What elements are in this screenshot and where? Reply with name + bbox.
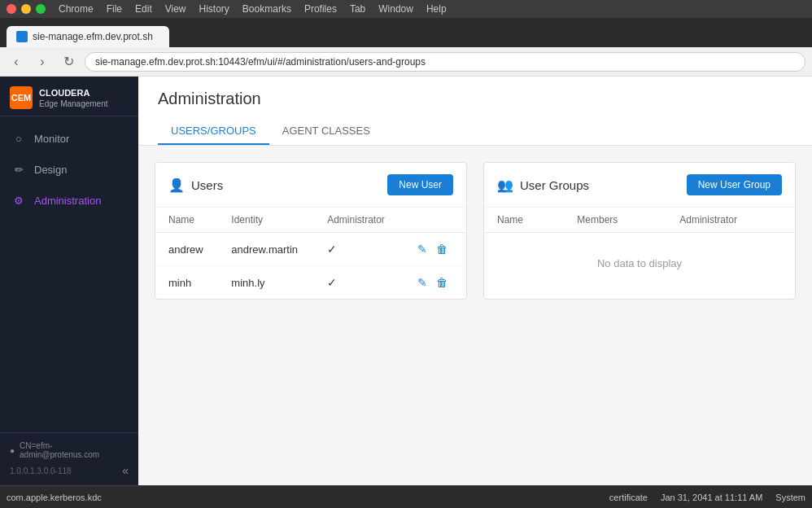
design-icon: ✏ [11,162,26,177]
administration-icon: ⚙ [11,193,26,208]
taskbar-certificate: certificate [609,493,648,502]
maximize-button[interactable] [36,4,46,14]
users-card-title: 👤 Users [168,177,223,193]
sidebar-label-design: Design [34,164,67,176]
user-cn: CN=efm-admin@protenus.com [20,441,129,459]
taskbar: com.apple.kerberos.kdc certificate Jan 3… [0,485,812,508]
collapse-button[interactable]: « [122,464,129,477]
tab-users-groups[interactable]: USERS/GROUPS [158,118,269,145]
gcol-administrator: Administrator [666,208,795,233]
no-data-text: No data to display [484,233,795,295]
version-text: 1.0.0.1.3.0.0-118 [10,466,72,475]
user-actions: ✎ 🗑 [401,266,466,300]
menu-chrome[interactable]: Chrome [59,3,94,15]
trash-icon: 🗑 [436,243,447,256]
page-header: Administration USERS/GROUPS AGENT CLASSE… [138,77,812,146]
menu-bookmarks[interactable]: Bookmarks [242,3,291,15]
check-icon: ✓ [327,243,337,256]
taskbar-right: certificate Jan 31, 2041 at 11:11 AM Sys… [609,493,805,502]
groups-card: 👥 User Groups New User Group Name Member… [483,162,796,300]
sidebar-version: 1.0.0.1.3.0.0-118 « [10,464,129,477]
new-user-group-button[interactable]: New User Group [687,174,782,195]
menu-window[interactable]: Window [378,3,413,15]
table-row: minh minh.ly ✓ ✎ 🗑 [155,266,466,300]
gcol-members: Members [564,208,666,233]
content-area: 👤 Users New User Name Identity Administr… [138,146,812,316]
user-icon: ● [10,446,15,455]
tab-agent-classes[interactable]: AGENT CLASSES [269,118,383,145]
gcol-name: Name [484,208,564,233]
browser-tab-bar: sie-manage.efm.dev.prot.sh [0,18,812,47]
tab-favicon [16,31,28,42]
edit-user-button[interactable]: ✎ [414,274,430,291]
taskbar-system: System [775,493,805,502]
menu-profiles[interactable]: Profiles [304,3,337,15]
page-title: Administration [158,90,792,108]
sidebar-label-administration: Administration [34,195,101,207]
check-icon: ✓ [327,276,337,289]
tab-title: sie-manage.efm.dev.prot.sh [33,31,153,42]
sidebar-item-administration[interactable]: ⚙ Administration [0,185,138,216]
sidebar-footer: ● CN=efm-admin@protenus.com 1.0.0.1.3.0.… [0,432,138,485]
col-identity: Identity [218,208,314,233]
traffic-lights [7,4,46,14]
logo-text: CLOUDERA Edge Management [39,87,108,107]
edit-user-button[interactable]: ✎ [414,241,430,257]
menu-help[interactable]: Help [426,3,447,15]
back-button[interactable]: ‹ [7,52,26,72]
users-card-header: 👤 Users New User [155,163,466,208]
address-input[interactable] [85,52,805,72]
menu-tab[interactable]: Tab [350,3,365,15]
col-administrator: Administrator [314,208,400,233]
sidebar: CEM CLOUDERA Edge Management ○ Monitor ✏… [0,77,138,485]
groups-title-text: User Groups [520,178,589,192]
forward-button[interactable]: › [33,52,52,72]
menu-file[interactable]: File [107,3,122,15]
trash-icon: 🗑 [436,276,447,289]
sidebar-label-monitor: Monitor [34,133,69,145]
user-name: andrew [155,233,218,266]
app-layout: CEM CLOUDERA Edge Management ○ Monitor ✏… [0,77,812,485]
taskbar-datetime: Jan 31, 2041 at 11:11 AM [661,493,762,502]
delete-user-button[interactable]: 🗑 [433,274,451,291]
sidebar-item-monitor[interactable]: ○ Monitor [0,123,138,154]
users-table: Name Identity Administrator andrew andre… [155,208,466,299]
sidebar-item-design[interactable]: ✏ Design [0,154,138,185]
page-tabs: USERS/GROUPS AGENT CLASSES [158,118,792,145]
menu-edit[interactable]: Edit [135,3,152,15]
monitor-icon: ○ [11,131,26,146]
groups-card-header: 👥 User Groups New User Group [484,163,795,208]
users-icon: 👤 [168,177,185,193]
browser-menu: Chrome File Edit View History Bookmarks … [59,3,447,15]
sidebar-logo: CEM CLOUDERA Edge Management [0,77,138,116]
table-row: andrew andrew.martin ✓ ✎ 🗑 [155,233,466,266]
groups-card-title: 👥 User Groups [497,177,589,193]
user-admin: ✓ [314,233,400,266]
new-user-button[interactable]: New User [387,174,453,195]
minimize-button[interactable] [21,4,31,14]
edit-icon: ✎ [417,243,427,256]
users-title-text: Users [191,178,223,192]
taskbar-kerberos: com.apple.kerberos.kdc [7,493,102,502]
col-actions [401,208,466,233]
address-bar: ‹ › ↻ [0,47,812,77]
logo-line2: Edge Management [39,99,108,108]
menu-view[interactable]: View [165,3,186,15]
groups-icon: 👥 [497,177,513,193]
browser-chrome: Chrome File Edit View History Bookmarks … [0,0,812,18]
reload-button[interactable]: ↻ [59,52,78,72]
groups-table: Name Members Administrator No data to di… [484,208,795,294]
sidebar-user: ● CN=efm-admin@protenus.com [10,441,129,459]
browser-tab[interactable]: sie-manage.efm.dev.prot.sh [7,26,169,47]
user-actions: ✎ 🗑 [401,233,466,266]
col-name: Name [155,208,218,233]
logo-line1: CLOUDERA [39,87,108,99]
menu-history[interactable]: History [199,3,229,15]
table-row: No data to display [484,233,795,295]
user-name: minh [155,266,218,300]
delete-user-button[interactable]: 🗑 [433,241,451,257]
user-admin: ✓ [314,266,400,300]
sidebar-nav: ○ Monitor ✏ Design ⚙ Administration [0,116,138,432]
edit-icon: ✎ [417,276,427,289]
close-button[interactable] [7,4,16,14]
